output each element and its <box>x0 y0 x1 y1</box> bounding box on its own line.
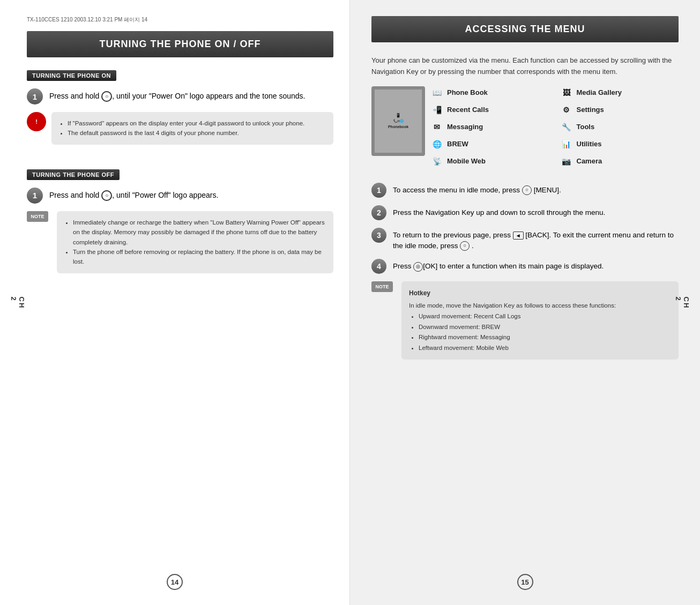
menu-item-recentcalls: 📲 Recent Calls <box>430 103 549 116</box>
menu-item-messaging: ✉ Messaging <box>430 121 549 133</box>
right-step-text-3: To return to the previous page, press ◄ … <box>393 228 679 252</box>
hotkey-item-2: Rightward movement: Messaging <box>419 332 671 343</box>
menu-item-tools: 🔧 Tools <box>560 121 679 133</box>
settings-icon: ⚙ <box>560 103 573 116</box>
menu-item-mobileweb: 📡 Mobile Web <box>430 155 549 168</box>
menu-item-utilities: 📊 Utilities <box>560 138 679 151</box>
phone-screen: 📱 📞✉🌐 Phonebook <box>371 86 425 156</box>
hotkey-item-1: Downward movement: BREW <box>419 322 671 333</box>
right-step-1: 1 To access the menu in idle mode, press… <box>371 183 679 198</box>
settings-label: Settings <box>577 106 604 114</box>
utilities-label: Utilities <box>577 140 602 148</box>
note-off-item-1: Immediately change or recharge the batte… <box>73 218 326 247</box>
turning-on-note-row: ! If "Password" appears on the display e… <box>27 112 333 154</box>
right-step-num-1: 1 <box>371 183 386 198</box>
right-step-2: 2 Press the Navigation Key up and down t… <box>371 205 679 220</box>
right-title: ACCESSING THE MENU <box>371 16 679 42</box>
menu-item-phonebook: 📖 Phone Book <box>430 86 549 99</box>
note-off-item-2: Turn the phone off before removing or re… <box>73 247 326 267</box>
phonebook-icon: 📖 <box>430 86 443 99</box>
menu-lists: 📖 Phone Book 📲 Recent Calls ✉ Messaging … <box>430 86 679 172</box>
file-header: TX-110CCES 1210 2003.12.10 3:21 PM 페이지 1… <box>27 16 333 24</box>
brew-label: BREW <box>447 140 468 148</box>
menu-item-camera: 📷 Camera <box>560 155 679 168</box>
menu-container: 📱 📞✉🌐 Phonebook 📖 Phone Book 📲 Recent Ca… <box>371 86 679 172</box>
hotkey-list: Upward movement: Recent Call Logs Downwa… <box>409 311 671 353</box>
note-icon: NOTE <box>27 211 48 222</box>
camera-icon: 📷 <box>560 155 573 168</box>
mobileweb-icon: 📡 <box>430 155 443 168</box>
hotkey-item-0: Upward movement: Recent Call Logs <box>419 311 671 322</box>
menu-col-left: 📖 Phone Book 📲 Recent Calls ✉ Messaging … <box>430 86 549 172</box>
turning-off-note-list: Immediately change or recharge the batte… <box>64 218 326 267</box>
warning-icon: ! <box>27 112 46 131</box>
turning-off-step1: 1 Press and hold ○, until "Power Off" lo… <box>27 188 333 204</box>
menu-col-right: 🖼 Media Gallery ⚙ Settings 🔧 Tools 📊 Uti… <box>560 86 679 172</box>
utilities-icon: 📊 <box>560 138 573 151</box>
ch-label-left: CH 2 <box>10 296 26 309</box>
turning-off-note-row: NOTE Immediately change or recharge the … <box>27 211 333 283</box>
step-number-1: 1 <box>27 88 43 104</box>
phonebook-label: Phone Book <box>447 88 488 96</box>
ch-label-right: CH 2 <box>674 296 690 309</box>
phone-screen-inner: 📱 📞✉🌐 Phonebook <box>375 89 422 153</box>
right-intro-text: Your phone can be customized via the men… <box>371 55 679 78</box>
mediagallery-label: Media Gallery <box>577 88 622 96</box>
menu-item-brew: 🌐 BREW <box>430 138 549 151</box>
mediagallery-icon: 🖼 <box>560 86 573 99</box>
right-step-3: 3 To return to the previous page, press … <box>371 228 679 252</box>
right-step-text-2: Press the Navigation Key up and down to … <box>393 205 605 218</box>
turning-on-note-list: If "Password" appears on the display ent… <box>59 118 326 138</box>
right-step-num-4: 4 <box>371 259 386 274</box>
hotkey-intro: In idle mode, move the Navigation Key as… <box>409 301 671 311</box>
brew-icon: 🌐 <box>430 138 443 151</box>
right-step-num-2: 2 <box>371 205 386 220</box>
page-number-right: 15 <box>517 574 533 590</box>
right-page: CH 2 ACCESSING THE MENU Your phone can b… <box>350 0 700 605</box>
turning-on-section: TURNING THE PHONE ON 1 Press and hold ○,… <box>27 70 333 154</box>
right-step-4: 4 Press ◎[OK] to enter a function when i… <box>371 259 679 274</box>
turning-off-note-box: Immediately change or recharge the batte… <box>57 211 333 273</box>
messaging-icon: ✉ <box>430 121 443 133</box>
tools-label: Tools <box>577 123 595 131</box>
turning-off-step1-text: Press and hold ○, until "Power Off" logo… <box>49 188 218 201</box>
messaging-label: Messaging <box>447 123 483 131</box>
mobileweb-label: Mobile Web <box>447 157 486 165</box>
turning-on-label: TURNING THE PHONE ON <box>27 70 116 81</box>
turning-off-section: TURNING THE PHONE OFF 1 Press and hold ○… <box>27 169 333 283</box>
hotkey-title: Hotkey <box>409 288 671 298</box>
right-step-text-4: Press ◎[OK] to enter a function when its… <box>393 259 604 272</box>
note-item-2: The default password is the last 4 digit… <box>68 128 326 138</box>
recentcalls-icon: 📲 <box>430 103 443 116</box>
menu-item-mediagallery: 🖼 Media Gallery <box>560 86 679 99</box>
note-item-1: If "Password" appears on the display ent… <box>68 118 326 128</box>
hotkey-box: Hotkey In idle mode, move the Navigation… <box>401 281 679 360</box>
menu-item-settings: ⚙ Settings <box>560 103 679 116</box>
turning-on-step1: 1 Press and hold ○, until your "Power On… <box>27 88 333 104</box>
turning-on-note-box: If "Password" appears on the display ent… <box>51 112 333 145</box>
right-step-text-1: To access the menu in idle mode, press ○… <box>393 183 561 196</box>
left-title: TURNING THE PHONE ON / OFF <box>27 31 333 57</box>
hotkey-item-3: Leftward movement: Mobile Web <box>419 343 671 354</box>
tools-icon: 🔧 <box>560 121 573 133</box>
left-page: CH 2 TX-110CCES 1210 2003.12.10 3:21 PM … <box>0 0 350 605</box>
step-number-off-1: 1 <box>27 188 43 204</box>
page-number-left: 14 <box>167 574 183 590</box>
recentcalls-label: Recent Calls <box>447 106 489 114</box>
turning-off-label: TURNING THE PHONE OFF <box>27 169 120 180</box>
turning-on-step1-text: Press and hold ○, until your "Power On" … <box>49 88 305 102</box>
right-step-num-3: 3 <box>371 228 386 243</box>
hotkey-row: NOTE Hotkey In idle mode, move the Navig… <box>371 281 679 360</box>
camera-label: Camera <box>577 157 602 165</box>
hotkey-note-icon: NOTE <box>371 281 393 292</box>
